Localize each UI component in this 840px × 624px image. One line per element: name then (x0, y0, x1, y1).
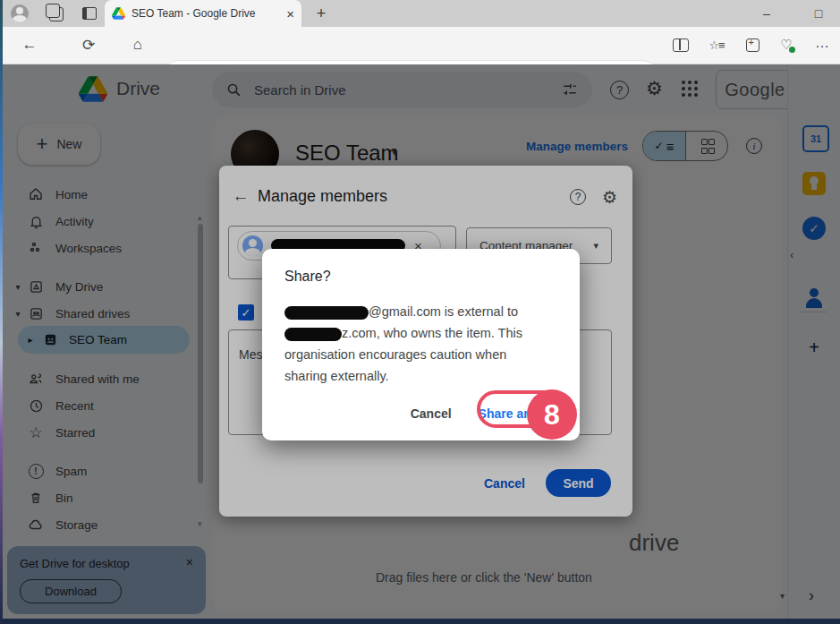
window-left-edge (0, 0, 3, 624)
profile-avatar-icon[interactable] (11, 4, 29, 22)
share-dialog-title: Share? (284, 269, 557, 285)
window-bottom-edge (0, 619, 840, 624)
highlight-oval (477, 390, 572, 428)
tab-title: SEO Team - Google Drive (132, 7, 286, 20)
refresh-icon[interactable]: ⟳ (77, 33, 100, 56)
tab-group-icon[interactable] (741, 33, 764, 56)
tab-close-icon[interactable]: × (286, 6, 294, 21)
body-line-1: @gmail.com is external to (284, 301, 557, 322)
vertical-tabs-icon[interactable] (82, 7, 97, 20)
settings-more-icon[interactable]: … (810, 31, 834, 55)
browser-essentials-icon[interactable]: ♡ (775, 33, 798, 56)
drive-page: Drive Search in Drive ? ⚙ Google n + New… (0, 64, 840, 619)
workspaces-icon[interactable] (49, 7, 64, 21)
share-dialog-body: @gmail.com is external to z.com, who own… (284, 301, 557, 387)
browser-tab[interactable]: SEO Team - Google Drive × (105, 0, 301, 27)
body-line-4: sharing externally. (284, 365, 557, 387)
body-line-2: z.com, who owns the item. This (284, 322, 557, 344)
minimize-icon[interactable]: – (756, 4, 777, 23)
body-line-3: organisation encourages caution when (284, 344, 557, 365)
share-cancel-button[interactable]: Cancel (411, 406, 452, 421)
redaction-bar (284, 306, 369, 320)
browser-toolbar: ← ⟳ ⌂ https://drive.google.com/drive/fol… (0, 27, 840, 64)
back-icon[interactable]: ← (18, 33, 41, 56)
tab-bar: SEO Team - Google Drive × + – □ (0, 0, 840, 27)
browser-window: SEO Team - Google Drive × + – □ ← ⟳ ⌂ ht… (0, 0, 840, 624)
new-tab-icon[interactable]: + (311, 4, 331, 23)
redaction-bar (284, 328, 342, 341)
maximize-icon[interactable]: □ (808, 4, 829, 23)
home-icon[interactable]: ⌂ (126, 33, 149, 56)
drive-favicon (112, 7, 125, 20)
collections-icon[interactable]: ☆≡ (705, 33, 728, 56)
split-window-icon[interactable] (669, 33, 692, 56)
